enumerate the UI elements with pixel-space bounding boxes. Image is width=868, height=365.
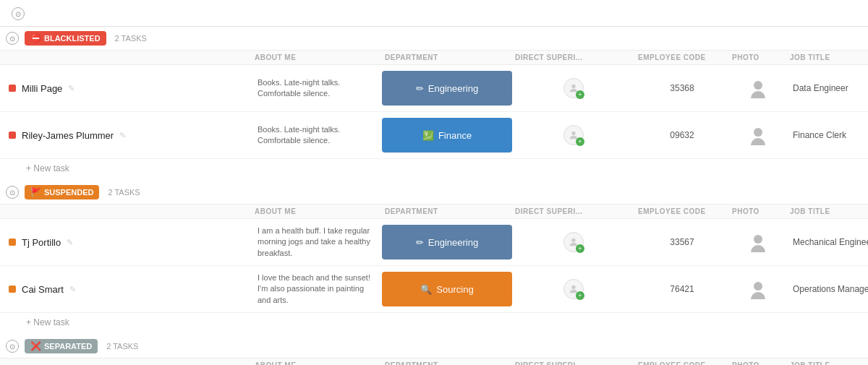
person-body-blacklisted-1: [751, 138, 765, 145]
collapse-icon[interactable]: ⊙: [12, 7, 25, 20]
dept-cell-blacklisted-0[interactable]: ✏ Engineering: [382, 71, 512, 106]
name-cell-blacklisted-1: Riley-James Plummer ✎: [6, 130, 252, 141]
about-cell-suspended-1: I love the beach and the sunset! I'm als…: [252, 272, 382, 306]
new-task-button[interactable]: [46, 12, 55, 15]
col-header-blacklisted-1: DEPARTMENT: [382, 53, 512, 61]
dept-name-suspended-0: Engineering: [428, 237, 478, 248]
edit-icon-suspended-1[interactable]: ✎: [69, 285, 76, 294]
badge-label-separated: SEPARATED: [44, 342, 92, 351]
col-header-suspended-3: EMPLOYEE CODE: [635, 207, 729, 215]
svg-point-3: [571, 285, 575, 289]
col-header-separated-4: PHOTO: [729, 361, 787, 365]
task-row-blacklisted-0: Milli Page ✎ Books. Late-night talks. Co…: [0, 65, 868, 112]
new-task-row-suspended: + New task: [0, 313, 868, 335]
photo-cell-suspended-1: [729, 279, 787, 299]
superior-avatar-blacklisted-0[interactable]: +: [563, 78, 584, 98]
badge-icon-separated: ❌: [30, 341, 41, 351]
superior-add-btn-blacklisted-0[interactable]: +: [576, 90, 584, 99]
edit-icon-suspended-0[interactable]: ✎: [67, 238, 73, 247]
col-header-suspended-2: DIRECT SUPERI...: [512, 207, 635, 215]
superior-avatar-blacklisted-1[interactable]: +: [563, 125, 584, 145]
photo-person-blacklisted-0: [748, 78, 768, 98]
dept-name-blacklisted-0: Engineering: [428, 83, 478, 94]
name-text-blacklisted-1: Riley-James Plummer: [22, 130, 114, 141]
section-badge-blacklisted: ⛔ BLACKLISTED: [25, 31, 106, 46]
col-header-blacklisted-4: PHOTO: [729, 53, 787, 61]
section-collapse-suspended[interactable]: ⊙: [6, 186, 19, 199]
code-cell-suspended-1: 76421: [635, 284, 729, 294]
task-row-suspended-0: Tj Portillo ✎ I am a health buff. I take…: [0, 219, 868, 266]
name-cell-suspended-1: Cai Smart ✎: [6, 284, 252, 295]
person-head-suspended-0: [754, 235, 762, 244]
new-task-row-blacklisted: + New task: [0, 159, 868, 181]
dept-cell-suspended-1[interactable]: 🔍 Sourcing: [382, 272, 512, 306]
badge-icon-blacklisted: ⛔: [30, 33, 41, 43]
person-head-blacklisted-0: [754, 81, 762, 90]
col-header-suspended-1: DEPARTMENT: [382, 207, 512, 215]
new-task-link-suspended[interactable]: + New task: [26, 317, 69, 327]
task-row-suspended-1: Cai Smart ✎ I love the beach and the sun…: [0, 266, 868, 313]
superior-avatar-suspended-0[interactable]: +: [563, 232, 584, 252]
col-header-suspended-4: PHOTO: [729, 207, 787, 215]
photo-cell-suspended-0: [729, 232, 787, 252]
code-cell-blacklisted-1: 09632: [635, 130, 729, 140]
tasks-count-separated: 2 TASKS: [106, 342, 138, 351]
section-collapse-blacklisted[interactable]: ⊙: [6, 32, 19, 45]
superior-add-btn-suspended-1[interactable]: +: [576, 291, 584, 300]
dept-cell-blacklisted-1[interactable]: 💹 Finance: [382, 118, 512, 153]
col-header-blacklisted-5: JOB TITLE: [787, 53, 868, 61]
about-cell-suspended-0: I am a health buff. I take regular morni…: [252, 226, 382, 259]
svg-point-1: [571, 132, 575, 135]
svg-point-2: [571, 239, 575, 242]
photo-person-suspended-1: [748, 279, 768, 299]
superior-cell-blacklisted-0: +: [512, 78, 635, 98]
row-indicator-suspended-0: [9, 239, 16, 246]
person-head-blacklisted-1: [754, 128, 762, 137]
svg-point-0: [571, 85, 575, 88]
jobtitle-cell-blacklisted-1: Finance Clerk: [787, 130, 868, 140]
person-body-blacklisted-0: [751, 91, 765, 98]
name-text-suspended-1: Cai Smart: [22, 284, 64, 295]
col-header-suspended-0: ABOUT ME: [252, 207, 382, 215]
dept-icon-suspended-1: 🔍: [420, 284, 432, 295]
code-cell-suspended-0: 33567: [635, 237, 729, 247]
col-header-separated-3: EMPLOYEE CODE: [635, 361, 729, 365]
dept-name-suspended-1: Sourcing: [436, 284, 473, 295]
about-cell-blacklisted-0: Books. Late-night talks. Comfortable sil…: [252, 77, 382, 100]
code-cell-blacklisted-0: 35368: [635, 83, 729, 93]
col-headers-blacklisted: ABOUT MEDEPARTMENTDIRECT SUPERI...EMPLOY…: [0, 51, 868, 65]
superior-avatar-suspended-1[interactable]: +: [563, 279, 584, 299]
photo-cell-blacklisted-1: [729, 125, 787, 145]
section-header-separated: ⊙ ❌ SEPARATED 2 TASKS: [0, 335, 868, 358]
section-badge-suspended: 🚩 SUSPENDED: [25, 185, 99, 199]
edit-icon-blacklisted-0[interactable]: ✎: [68, 84, 75, 93]
page-header: ⊙: [0, 0, 868, 27]
person-head-suspended-1: [754, 282, 762, 291]
person-body-suspended-0: [751, 245, 765, 252]
about-cell-blacklisted-1: Books. Late-night talks. Comfortable sil…: [252, 124, 382, 147]
badge-label-blacklisted: BLACKLISTED: [44, 34, 101, 43]
dept-cell-suspended-0[interactable]: ✏ Engineering: [382, 225, 512, 259]
header-content: ⊙: [12, 6, 55, 20]
superior-cell-suspended-0: +: [512, 232, 635, 252]
jobtitle-cell-blacklisted-0: Data Engineer: [787, 83, 868, 93]
section-collapse-separated[interactable]: ⊙: [6, 340, 19, 353]
col-header-suspended-5: JOB TITLE: [787, 207, 868, 215]
superior-cell-suspended-1: +: [512, 279, 635, 299]
page-container: ⊙ ⊙ ⛔ BLACKLISTED 2 TASKS ABOUT MEDEPART…: [0, 0, 868, 365]
col-header-blacklisted-3: EMPLOYEE CODE: [635, 53, 729, 61]
superior-add-btn-suspended-0[interactable]: +: [576, 244, 584, 253]
col-headers-separated: ABOUT MEDEPARTMENTDIRECT SUPERI...EMPLOY…: [0, 358, 868, 365]
title-row: ⊙: [12, 7, 55, 20]
dept-icon-suspended-0: ✏: [416, 237, 424, 248]
col-headers-suspended: ABOUT MEDEPARTMENTDIRECT SUPERI...EMPLOY…: [0, 205, 868, 219]
new-task-link-blacklisted[interactable]: + New task: [26, 163, 69, 173]
section-badge-separated: ❌ SEPARATED: [25, 339, 98, 353]
jobtitle-cell-suspended-1: Operations Manager: [787, 284, 868, 294]
name-cell-suspended-0: Tj Portillo ✎: [6, 237, 252, 248]
col-header-separated-1: DEPARTMENT: [382, 361, 512, 365]
row-indicator-blacklisted-1: [9, 132, 16, 139]
edit-icon-blacklisted-1[interactable]: ✎: [119, 131, 126, 140]
photo-person-blacklisted-1: [748, 125, 768, 145]
superior-add-btn-blacklisted-1[interactable]: +: [576, 137, 584, 146]
